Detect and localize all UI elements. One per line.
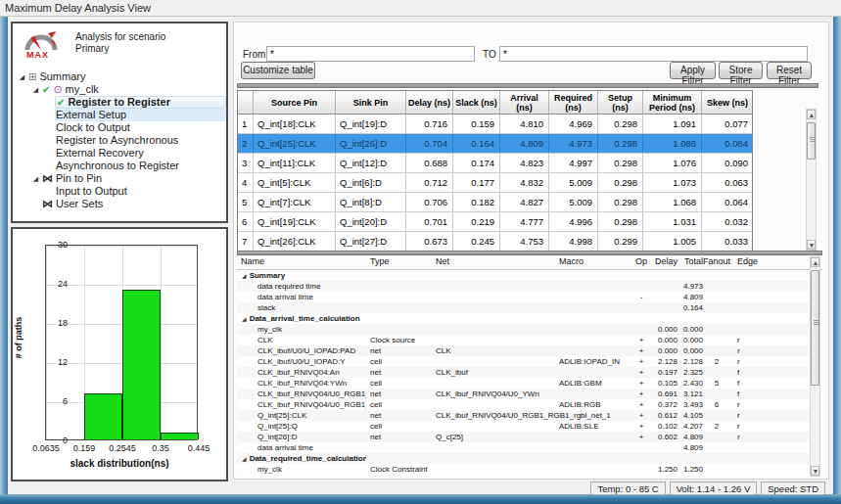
detail-row[interactable]: my_clk0.0000.000 [237,324,809,335]
cell-name: CLK_ibuf/U0/U_IOPAD:PAD [237,345,366,356]
scrollbar-thumb[interactable] [807,122,816,160]
cell-type [366,442,432,453]
tree-item-user-sets[interactable]: ⋈User Sets [13,198,226,210]
detail-row[interactable]: CLKClock source+0.0000.000r [237,335,809,345]
column-header[interactable]: Arrival (ns) [500,91,549,114]
to-label: TO [483,49,496,60]
column-header[interactable]: Delay [650,256,677,269]
column-header[interactable]: Op [632,256,650,269]
cell-total: 3.493 [677,399,703,410]
cell-name: CLK [237,335,366,345]
tree-item-label: User Sets [56,198,103,210]
cell-type [366,313,432,324]
cell-op [632,324,650,335]
detail-row[interactable]: Q_int[25]:CLKnetCLK_ibuf_RNIVQ04/U0_RGB1… [237,410,809,421]
tree-expander-icon[interactable]: ◢ [30,172,41,185]
to-filter-input[interactable] [499,46,808,62]
column-header[interactable]: Minimum Period (ns) [643,91,702,114]
cell-op: + [632,378,650,389]
column-header[interactable]: Slack (ns) [453,91,500,114]
tree-item-my-clk[interactable]: ◢✔⊙my_clk [13,83,226,96]
column-header[interactable]: Name [237,256,366,269]
detail-row[interactable]: CLK_ibuf_RNIVQ04/U0_RGB1_RGB1:YLcellADLI… [237,399,809,410]
detail-row[interactable]: CLK_ibuf_RNIVQ04:YWncellADLIB:GBM+0.1052… [237,378,809,389]
path-row[interactable]: 4Q_int[5]:CLKQ_int[6]:D0.7120.1774.8325.… [238,173,752,193]
detail-row[interactable]: Q_int[26]:DnetQ_c[25]+0.6024.809r [237,432,809,442]
cell-delay: 0.102 [650,421,677,432]
detail-row[interactable]: data arrival time-4.809 [237,292,809,302]
detail-row[interactable]: ◢Summary [237,270,809,281]
path-row[interactable]: 1Q_int[18]:CLKQ_int[19]:D0.7160.1594.810… [238,115,752,134]
tree-item-external-setup[interactable]: External Setup [13,109,226,121]
column-header[interactable]: Setup (ns) [598,91,643,114]
cell-edge: r [730,421,754,432]
tree-item-summary[interactable]: ◢⊞Summary [13,70,226,83]
column-header[interactable]: Macro [557,256,632,269]
from-filter-input[interactable] [266,46,475,62]
cell-op: + [632,389,650,399]
tree-item-register-to-asynchronous[interactable]: Register to Asynchronous [13,134,226,147]
detail-row[interactable]: CLK_ibuf_RNIVQ04/U0_RGB1_RGB1:AnnetCLK_i… [237,389,809,399]
column-header[interactable]: Delay (ns) [406,91,453,114]
expanded-triangle-icon[interactable]: ◢ [242,316,247,322]
cell-delay [650,292,677,302]
horizontal-splitter-middle[interactable] [237,251,822,255]
scroll-down-arrow[interactable] [811,466,819,476]
expanded-triangle-icon[interactable]: ◢ [242,456,247,462]
cell-net [432,356,557,367]
scenario-tree-panel: MAX Analysis for scenario Primary ◢⊞Summ… [11,22,228,223]
path-row[interactable]: 5Q_int[7]:CLKQ_int[8]:D0.7060.1824.8275.… [238,193,752,212]
detail-row[interactable]: Q_int[25]:QcellADLIB:SLE+0.1024.2072r [237,421,809,432]
column-header[interactable] [238,91,254,114]
horizontal-splitter-top[interactable] [237,83,818,88]
detail-row[interactable]: CLK_ibuf_RNIVQ04:AnnetCLK_ibuf+0.1972.32… [237,367,809,378]
path-row[interactable]: 7Q_int[26]:CLKQ_int[27]:D0.6730.2454.753… [238,232,752,252]
column-header[interactable]: Fanout [703,256,730,269]
cell-delay [650,313,677,324]
scroll-down-arrow[interactable] [807,240,816,250]
cell-net [432,378,557,389]
reset-filter-button[interactable]: Reset Filter [767,62,812,79]
tree-item-label: Register to Register [68,96,170,109]
column-header[interactable]: Type [366,256,432,269]
expanded-triangle-icon[interactable]: ◢ [242,273,247,279]
column-header[interactable]: Skew (ns) [702,91,753,114]
column-header[interactable]: Net [432,256,557,269]
column-header[interactable]: Required (ns) [549,91,598,114]
detail-row[interactable]: CLK_ibuf/U0/U_IOPAD:PADnetCLK+0.0000.000… [237,345,809,356]
y-tick-label: 6 [44,396,68,406]
detail-row[interactable]: data required time4.973 [237,281,809,292]
scroll-up-arrow[interactable] [811,257,819,267]
tree-item-register-to-register[interactable]: ✔Register to Register [13,96,226,109]
cell-total: 1.250 [677,464,703,475]
column-header[interactable]: Total [677,256,703,269]
tree-item-external-recovery[interactable]: External Recovery [13,147,226,160]
path-row[interactable]: 6Q_int[19]:CLKQ_int[20]:D0.7010.2194.777… [238,212,752,232]
detail-row[interactable]: slack0.164 [237,302,809,313]
tree-item-input-to-output[interactable]: Input to Output [13,185,226,198]
tree-item-clock-to-output[interactable]: Clock to Output [13,121,226,134]
scroll-up-arrow[interactable] [807,110,816,119]
tree-item-pin-to-pin[interactable]: ◢⋈Pin to Pin [13,172,226,185]
scrollbar-thumb[interactable] [811,270,819,386]
detail-table-scrollbar[interactable] [810,256,820,477]
tree-expander-icon[interactable]: ◢ [17,70,27,83]
tree-expander-icon[interactable]: ◢ [30,83,41,96]
detail-row[interactable]: data arrival time4.809 [237,442,809,453]
store-filter-button[interactable]: Store Filter [719,62,763,79]
apply-filter-button[interactable]: Apply Filter [670,62,716,79]
path-detail-table: ◢Summarydata required time4.973data arri… [237,270,809,477]
detail-row[interactable]: ◢Data_arrival_time_calculation [237,313,809,324]
paths-table-scrollbar[interactable] [806,109,817,251]
path-row[interactable]: 2Q_int[25]:CLKQ_int[26]:D0.7040.1644.809… [238,134,752,154]
column-header[interactable]: Sink Pin [336,91,406,114]
detail-row[interactable]: ◢Data_required_time_calculation [237,453,809,464]
customize-table-button[interactable]: Customize table [241,62,315,79]
path-row[interactable]: 3Q_int[11]:CLKQ_int[12]:D0.6880.1744.823… [238,154,752,173]
cell-setup: 0.298 [598,173,643,192]
column-header[interactable]: Source Pin [254,91,336,114]
detail-row[interactable]: my_clkClock Constraint1.2501.250 [237,464,809,475]
detail-row[interactable]: CLK_ibuf/U0/U_IOPAD:YcellADLIB:IOPAD_IN+… [237,356,809,367]
column-header[interactable]: Edge [730,256,754,269]
tree-item-asynchronous-to-register[interactable]: Asynchronous to Register [13,160,226,172]
